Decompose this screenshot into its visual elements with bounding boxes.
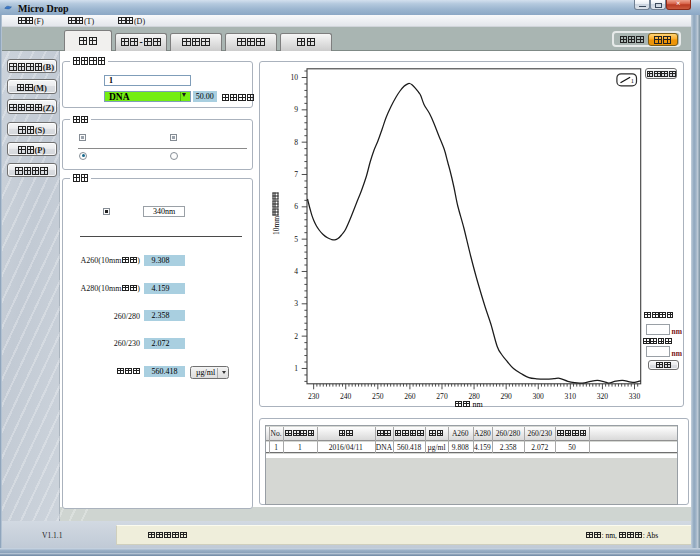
svg-text:2: 2	[294, 331, 298, 340]
svg-text:10: 10	[290, 73, 298, 82]
svg-text:270: 270	[436, 391, 448, 400]
svg-text:330: 330	[628, 391, 640, 400]
svg-text:7: 7	[294, 170, 298, 179]
svg-text:9: 9	[294, 105, 298, 114]
svg-text:1: 1	[630, 76, 633, 83]
svg-text:240: 240	[340, 391, 352, 400]
svg-text:320: 320	[596, 391, 608, 400]
svg-text:230: 230	[307, 391, 319, 400]
svg-text:1: 1	[294, 364, 298, 373]
svg-text:290: 290	[500, 391, 512, 400]
svg-text:5: 5	[294, 234, 298, 243]
svg-text:4: 4	[294, 267, 298, 276]
svg-text:260: 260	[404, 391, 416, 400]
svg-text:280: 280	[468, 391, 480, 400]
svg-text:250: 250	[372, 391, 384, 400]
svg-text:6: 6	[294, 202, 298, 211]
svg-text:3: 3	[294, 299, 298, 308]
svg-text:8: 8	[294, 137, 298, 146]
svg-text:310: 310	[564, 391, 576, 400]
svg-text:300: 300	[532, 391, 544, 400]
